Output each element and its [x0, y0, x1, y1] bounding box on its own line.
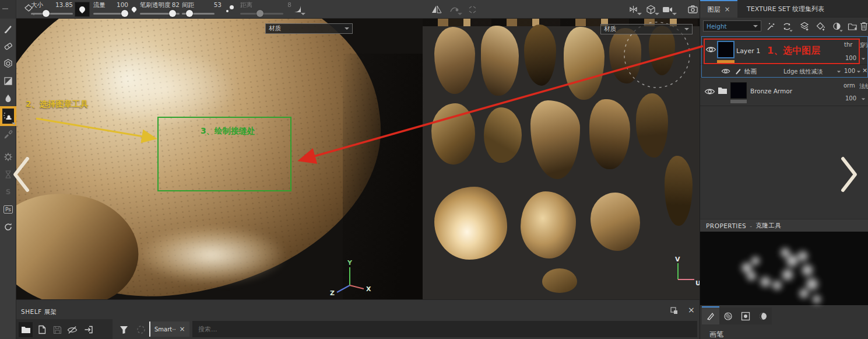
filter-funnel-icon[interactable]	[117, 322, 131, 337]
viewport2d-material-dropdown[interactable]: 材质	[600, 24, 693, 34]
slider-handle[interactable]	[121, 10, 128, 17]
projection-mode-button[interactable]	[626, 0, 640, 19]
slider-handle[interactable]	[169, 10, 176, 17]
visibility-eye-icon[interactable]	[704, 88, 715, 97]
layer-row-bronze-armor[interactable]: Bronze Armor orm 法线 100	[700, 79, 868, 106]
slider-track[interactable]	[182, 13, 215, 15]
folder-icon[interactable]	[718, 86, 728, 96]
layer-blend-mode[interactable]: thr	[844, 41, 852, 48]
visibility-eye-icon[interactable]	[705, 46, 716, 55]
add-layer-button[interactable]	[799, 22, 810, 31]
top-toolbar: 大小13.85 流量100 笔刷透明度82 间距53 距离8	[0, 0, 700, 19]
brush-opacity-slider[interactable]: 笔刷透明度82	[140, 1, 180, 18]
slider-handle[interactable]	[43, 10, 50, 17]
slider-track[interactable]	[93, 13, 128, 15]
layer-thumbnail[interactable]	[730, 82, 747, 99]
dock-window-icon[interactable]	[670, 307, 678, 316]
axis-x-label: X	[366, 285, 371, 293]
brush-alpha-button[interactable]	[74, 0, 90, 19]
effects-wand-button[interactable]	[765, 22, 776, 31]
clone-stamp-tool[interactable]	[1, 107, 15, 125]
layer-opacity[interactable]: 100	[845, 95, 856, 102]
axis-y-label: Y	[347, 259, 353, 267]
smudge-tool[interactable]	[1, 91, 15, 106]
spacing-slider[interactable]: 间距53	[182, 1, 222, 18]
shelf-import-button[interactable]	[82, 322, 96, 337]
shelf-hide-button[interactable]	[65, 322, 79, 337]
camera-view-button[interactable]	[660, 0, 675, 19]
slider-handle[interactable]	[186, 10, 193, 17]
slider-label: 流量	[93, 1, 106, 9]
tab-texture-set-list[interactable]: TEXTURE SET 纹理集列表	[741, 0, 830, 18]
right-panel: 图层 × TEXTURE SET 纹理集列表 Height	[700, 0, 868, 339]
falloff-curve-button[interactable]	[291, 0, 304, 19]
stroke-opacity-icon[interactable]	[129, 0, 139, 19]
hourglass-tool[interactable]	[1, 167, 15, 182]
tab-material[interactable]	[754, 307, 772, 324]
smart-filter-chip[interactable]: Smart·· ×	[149, 321, 189, 337]
close-icon[interactable]: ×	[724, 5, 730, 13]
close-icon[interactable]: ×	[862, 67, 867, 74]
photoshop-export-button[interactable]: Ps	[1, 202, 15, 217]
stroke-2d5d-button[interactable]	[466, 0, 478, 19]
slider-value: 82	[172, 1, 180, 9]
shelf-new-file-button[interactable]	[35, 322, 49, 337]
paint-brush-tool[interactable]	[1, 21, 15, 36]
screenshot-camera-button[interactable]	[686, 0, 700, 19]
channel-filter-row: Height	[700, 18, 868, 34]
shelf-panel: SHELF 展架 × Smart·· ×	[16, 299, 700, 339]
properties-separator: -	[750, 222, 752, 229]
tab-layers[interactable]: 图层 ×	[700, 0, 737, 18]
polygon-fill-tool[interactable]	[1, 74, 15, 89]
tab-stencil[interactable]	[737, 307, 754, 324]
shelf-save-button[interactable]	[50, 322, 64, 337]
add-fill-layer-button[interactable]	[816, 22, 826, 31]
layer-row-paint[interactable]: 绘画 Ldge 线性减淡 100 ×	[700, 65, 868, 78]
camera-cube-button[interactable]	[644, 0, 658, 19]
tab-alpha-pattern[interactable]	[719, 307, 737, 324]
brush-stroke-preview	[700, 232, 868, 305]
slider-track[interactable]	[31, 13, 73, 15]
viewport3d-material-dropdown[interactable]: 材质	[265, 23, 353, 34]
scatter-dots-icon[interactable]	[225, 0, 234, 19]
close-icon[interactable]: ×	[180, 325, 185, 333]
material-settings-tool[interactable]	[1, 149, 15, 165]
tab-layers-label: 图层	[707, 5, 720, 14]
visibility-eye-icon[interactable]	[721, 68, 730, 76]
smart-material-button[interactable]	[782, 22, 792, 31]
substance-s-tool[interactable]: S	[1, 184, 15, 200]
layer-row-layer1[interactable]: Layer 1 1、选中图层 thr 穿透 100	[700, 37, 868, 65]
shelf-folder-button[interactable]	[19, 322, 33, 337]
lazy-mouse-button[interactable]	[448, 0, 461, 19]
slider-track[interactable]	[140, 13, 180, 15]
chevron-down-icon	[837, 71, 841, 72]
chevron-down-icon	[655, 13, 659, 15]
chevron-down-icon	[672, 13, 677, 15]
projection-tool[interactable]	[1, 56, 15, 71]
paint-opacity[interactable]: 100	[844, 68, 855, 74]
panel-collapse-handle[interactable]	[2, 8, 8, 9]
eraser-tool[interactable]	[1, 39, 15, 54]
paint-blend-mode[interactable]: Ldge 线性减淡	[783, 68, 823, 76]
add-mask-button[interactable]	[832, 22, 842, 31]
symmetry-button[interactable]	[430, 0, 443, 19]
add-folder-button[interactable]	[847, 22, 858, 31]
layer-thumbnail[interactable]	[717, 41, 735, 58]
layer-name: Layer 1	[736, 47, 760, 55]
close-icon[interactable]: ×	[688, 305, 695, 314]
layer-opacity[interactable]: 100	[845, 55, 856, 61]
seam-annotation-rect: 3、绘制接缝处	[157, 117, 291, 191]
filter-loop-icon[interactable]	[134, 322, 148, 337]
channel-filter-select[interactable]: Height	[703, 20, 761, 32]
layer-blend-mode[interactable]: orm	[844, 82, 855, 89]
flow-slider[interactable]: 流量100	[93, 1, 128, 18]
delete-layer-button[interactable]	[859, 22, 868, 31]
viewport-3d[interactable]: 材质 3、绘制接缝处 2、选择图章工具 Y Z X	[16, 19, 423, 299]
tab-brush-settings[interactable]	[702, 307, 719, 324]
shelf-search-input[interactable]	[192, 321, 697, 337]
brush-size-slider[interactable]: 大小13.85	[31, 1, 73, 18]
color-picker-tool[interactable]	[1, 127, 15, 142]
viewport-2d-uv[interactable]: 材质 V U	[423, 19, 700, 299]
layer-blend-mode-clipped: 法线	[859, 82, 868, 90]
resources-updater-button[interactable]	[1, 219, 15, 235]
